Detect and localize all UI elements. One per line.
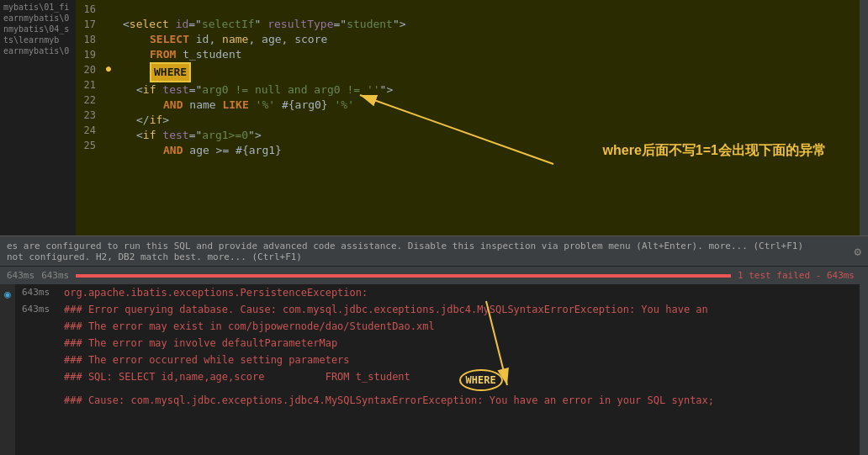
code-line-16	[116, 2, 860, 17]
console-line-3: ### The error may exist in com/bjpowerno…	[15, 318, 860, 335]
console-output: 643ms org.apache.ibatis.exceptions.Persi…	[15, 284, 860, 455]
line-num: 18	[76, 32, 96, 47]
file-item[interactable]: mybatis\01_fi	[0, 2, 76, 13]
line-numbers: 16 17 18 19 20 21 22 23 24 25	[76, 0, 101, 235]
info-bar: es are configured to run this SQL and pr…	[0, 235, 868, 266]
console-area: ◉ 643ms org.apache.ibatis.exceptions.Per…	[0, 284, 868, 455]
sidebar-files: mybatis\01_fi earnmybatis\0 nmybatis\04_…	[0, 0, 76, 235]
line-num: 20	[76, 62, 96, 77]
breakpoint-gutter: ●	[101, 0, 116, 235]
console-text: ### Error querying database. Cause: com.…	[64, 302, 708, 317]
line-num: 21	[76, 77, 96, 93]
code-line-25: AND age >= #{arg1}	[116, 143, 860, 158]
code-line-19: FROM t_student	[116, 47, 860, 62]
console-time: 643ms	[22, 302, 64, 317]
console-line-5: ### The error occurred while setting par…	[15, 352, 860, 368]
code-line-22: AND name LIKE '%' #{arg0} '%'	[116, 98, 860, 113]
test-runner-bar: 643ms 643ms 1 test failed - 643ms	[0, 266, 868, 284]
file-item[interactable]: ts\learnmyb	[0, 34, 76, 45]
code-content: <select id="selectIf" resultType="studen…	[116, 0, 860, 235]
console-line-2: 643ms ### Error querying database. Cause…	[15, 301, 860, 318]
file-item[interactable]: earnmybatis\0	[0, 13, 76, 24]
console-line-6: ### SQL: SELECT id,name,age,score FROM t…	[15, 368, 860, 392]
test-time-2: 643ms	[41, 270, 69, 281]
progress-bar	[76, 274, 731, 278]
code-line-20: WHERE	[116, 62, 860, 82]
console-text: ### SQL: SELECT id,name,age,score FROM t…	[64, 369, 459, 384]
code-line-21: <if test="arg0 != null and arg0 != ''">	[116, 82, 860, 98]
info-text-1: es are configured to run this SQL and pr…	[7, 241, 855, 251]
editor-scrollbar[interactable]	[860, 0, 868, 235]
console-line-7: ### Cause: com.mysql.jdbc.exceptions.jdb…	[15, 392, 860, 409]
console-text: ### The error occurred while setting par…	[64, 352, 350, 368]
test-result-text: 1 test failed - 643ms	[738, 270, 855, 281]
line-num: 24	[76, 123, 96, 138]
file-item[interactable]: earnmybatis\0	[0, 45, 76, 56]
line-num: 19	[76, 47, 96, 62]
console-text: org.apache.ibatis.exceptions.Persistence…	[64, 285, 368, 300]
info-text-2: not configured. H2, DB2 match best. more…	[7, 251, 855, 262]
code-line-24: <if test="arg1>=0">	[116, 128, 860, 143]
console-scrollbar[interactable]	[860, 284, 868, 455]
gear-icon[interactable]: ⚙	[855, 245, 861, 258]
where-circle: WHERE	[459, 369, 503, 391]
console-line-4: ### The error may involve defaultParamet…	[15, 335, 860, 352]
line-num: 22	[76, 93, 96, 108]
file-item[interactable]: nmybatis\04_s	[0, 24, 76, 34]
line-num: 25	[76, 138, 96, 153]
console-text: ### The error may involve defaultParamet…	[64, 336, 337, 351]
console-line-1: 643ms org.apache.ibatis.exceptions.Persi…	[15, 284, 860, 301]
console-text: ### Cause: com.mysql.jdbc.exceptions.jdb…	[64, 393, 714, 408]
line-num: 17	[76, 17, 96, 32]
code-line-18: SELECT id, name , age, score	[116, 32, 860, 47]
line-num: 16	[76, 2, 96, 17]
console-time: 643ms	[22, 285, 64, 300]
where-keyword: WHERE	[150, 62, 191, 82]
line-num: 23	[76, 108, 96, 123]
editor-area: mybatis\01_fi earnmybatis\0 nmybatis\04_…	[0, 0, 868, 235]
console-icons: ◉	[0, 284, 15, 455]
code-line-17: <select id="selectIf" resultType="studen…	[116, 17, 860, 32]
console-text: ### The error may exist in com/bjpowerno…	[64, 319, 435, 334]
test-time-1: 643ms	[7, 270, 34, 281]
main-container: mybatis\01_fi earnmybatis\0 nmybatis\04_…	[0, 0, 868, 455]
code-line-23: </if>	[116, 113, 860, 128]
console-icon: ◉	[0, 284, 15, 303]
